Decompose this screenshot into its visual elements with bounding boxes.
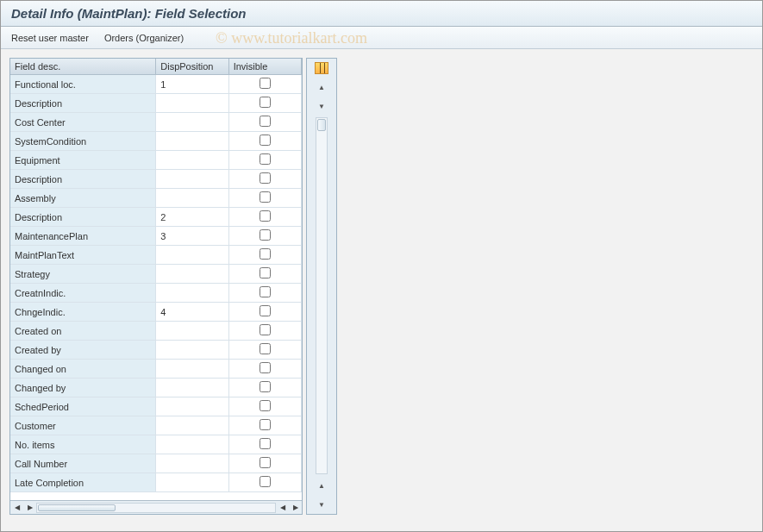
table-row[interactable]: Created on (10, 322, 302, 341)
field-desc-cell: Assembly (10, 189, 155, 207)
scroll-down2-button[interactable]: ▼ (313, 497, 330, 512)
scroll-up2-button[interactable]: ▲ (313, 478, 330, 493)
invisible-checkbox[interactable] (260, 305, 271, 316)
disp-position-cell[interactable] (156, 253, 228, 258)
table-row[interactable]: Cost Center (10, 113, 302, 132)
invisible-checkbox[interactable] (260, 286, 271, 297)
invisible-checkbox[interactable] (260, 97, 271, 108)
invisible-checkbox[interactable] (260, 400, 271, 411)
field-desc-cell: Call Number (10, 454, 155, 473)
disp-position-cell[interactable] (156, 480, 228, 485)
field-desc-cell: MaintPlanText (10, 246, 155, 264)
table-row[interactable]: Functional loc.1 (10, 75, 302, 94)
table-row[interactable]: SystemCondition (10, 132, 302, 151)
invisible-checkbox[interactable] (260, 476, 271, 487)
table-settings-button[interactable] (313, 60, 330, 76)
field-desc-cell: Strategy (10, 265, 155, 283)
disp-position-cell[interactable] (156, 196, 228, 201)
horizontal-scrollbar[interactable]: ◀ ▶ ◀ ▶ (10, 500, 302, 514)
hscroll-thumb[interactable] (38, 504, 116, 511)
disp-position-cell[interactable]: 3 (156, 228, 228, 244)
invisible-checkbox[interactable] (260, 135, 271, 146)
disp-position-cell[interactable] (156, 120, 228, 125)
invisible-checkbox[interactable] (260, 362, 271, 373)
table-row[interactable]: Changed on (10, 360, 302, 379)
disp-position-cell[interactable] (156, 101, 228, 106)
disp-position-cell[interactable] (156, 139, 228, 144)
invisible-checkbox[interactable] (260, 248, 271, 260)
table-row[interactable]: Description (10, 170, 302, 189)
field-desc-cell: Created by (10, 341, 155, 359)
table-row[interactable]: Changed by (10, 379, 302, 397)
disp-position-cell[interactable] (156, 329, 228, 334)
table-row[interactable]: Equipment (10, 151, 302, 170)
hscroll-left2-icon[interactable]: ◀ (276, 502, 289, 514)
invisible-checkbox[interactable] (260, 343, 271, 354)
table-row[interactable]: Description (10, 94, 302, 113)
disp-position-cell[interactable] (156, 442, 228, 448)
disp-position-cell[interactable] (156, 461, 228, 466)
table-row[interactable]: SchedPeriod (10, 397, 302, 416)
invisible-checkbox[interactable] (260, 229, 271, 241)
invisible-checkbox[interactable] (260, 267, 271, 279)
invisible-checkbox[interactable] (260, 324, 271, 335)
field-desc-cell: Description (10, 208, 155, 226)
field-desc-cell: Customer (10, 416, 155, 435)
table-row[interactable]: Late Completion (10, 473, 302, 492)
vertical-scrollbar[interactable] (316, 117, 328, 474)
invisible-checkbox[interactable] (260, 419, 271, 430)
table-row[interactable]: Strategy (10, 265, 302, 284)
scroll-down-button[interactable]: ▼ (313, 98, 330, 114)
invisible-checkbox[interactable] (260, 153, 271, 165)
disp-position-cell[interactable]: 2 (156, 210, 228, 225)
hscroll-track[interactable] (36, 503, 276, 513)
invisible-checkbox[interactable] (260, 116, 271, 127)
disp-position-cell[interactable] (156, 423, 228, 429)
orders-organizer-button[interactable]: Orders (Organizer) (104, 33, 184, 43)
disp-position-cell[interactable] (156, 291, 228, 296)
table-row[interactable]: MaintenancePlan3 (10, 227, 302, 246)
table-row[interactable]: MaintPlanText (10, 246, 302, 265)
table-row[interactable]: No. items (10, 435, 302, 454)
table-row[interactable]: Created by (10, 341, 302, 360)
disp-position-cell[interactable] (156, 158, 228, 163)
field-desc-cell: SchedPeriod (10, 397, 155, 416)
title-bar: Detail Info (MaintPlan): Field Selection (1, 1, 762, 27)
table-row[interactable]: ChngeIndic.4 (10, 303, 302, 322)
hscroll-right2-icon[interactable]: ▶ (289, 502, 302, 514)
field-desc-cell: Changed on (10, 360, 155, 378)
table-row[interactable]: Customer (10, 416, 302, 435)
disp-position-cell[interactable] (156, 404, 228, 410)
hscroll-right-icon[interactable]: ▶ (23, 502, 36, 514)
invisible-checkbox[interactable] (260, 172, 271, 184)
invisible-checkbox[interactable] (260, 381, 271, 392)
disp-position-cell[interactable] (156, 347, 228, 353)
disp-position-cell[interactable]: 4 (156, 304, 228, 320)
field-desc-cell: Created on (10, 322, 155, 340)
field-desc-cell: Equipment (10, 151, 155, 169)
col-header-field-desc[interactable]: Field desc. (10, 59, 156, 75)
disp-position-cell[interactable] (156, 272, 228, 277)
disp-position-cell[interactable] (156, 366, 228, 372)
table-row[interactable]: CreatnIndic. (10, 284, 302, 303)
col-header-invisible[interactable]: Invisible (228, 59, 301, 75)
invisible-checkbox[interactable] (260, 191, 271, 203)
invisible-checkbox[interactable] (260, 457, 271, 468)
disp-position-cell[interactable] (156, 177, 228, 182)
table-row[interactable]: Description2 (10, 208, 302, 227)
col-header-disp-position[interactable]: DispPosition (156, 59, 228, 75)
table-row[interactable]: Call Number (10, 454, 302, 473)
field-desc-cell: Functional loc. (10, 75, 155, 93)
invisible-checkbox[interactable] (260, 438, 271, 449)
reset-user-master-button[interactable]: Reset user master (11, 33, 89, 43)
invisible-checkbox[interactable] (260, 210, 271, 222)
disp-position-cell[interactable] (156, 385, 228, 391)
table-row[interactable]: Assembly (10, 189, 302, 208)
scroll-up-button[interactable]: ▲ (313, 79, 330, 95)
vscroll-thumb[interactable] (317, 119, 326, 131)
side-panel: ▲ ▼ ▲ ▼ (306, 58, 337, 515)
invisible-checkbox[interactable] (260, 78, 271, 89)
disp-position-cell[interactable]: 1 (156, 77, 228, 92)
hscroll-left-icon[interactable]: ◀ (10, 502, 23, 514)
page-title: Detail Info (MaintPlan): Field Selection (11, 6, 247, 21)
